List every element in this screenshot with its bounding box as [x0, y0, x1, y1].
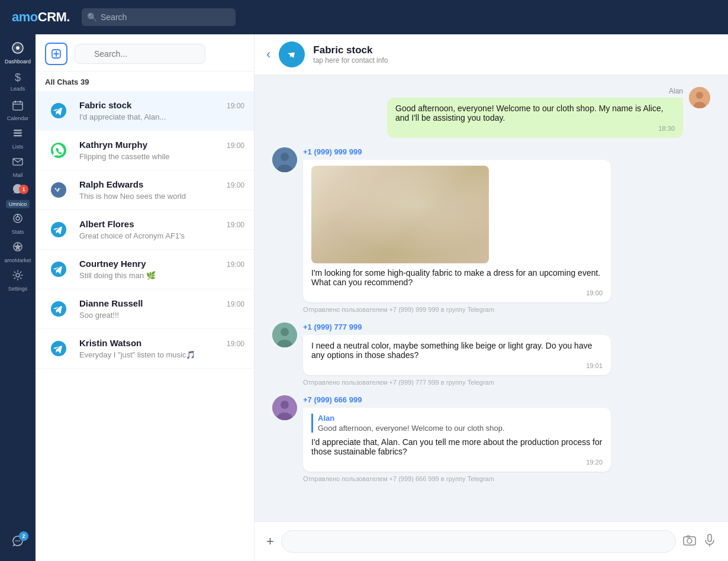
chat-name-row-albert-flores: Albert Flores 19:00 [79, 219, 244, 229]
main-layout: Dashboard $ Leads Calendar [0, 34, 728, 561]
incoming-bubble-1: I'm looking for some high-quality fabric… [303, 160, 611, 302]
chat-item-fabric-stock[interactable]: Fabric stock 19:00 I'd appreciate that, … [36, 91, 254, 131]
sidebar-item-umnico[interactable]: 1 Umnico [5, 182, 31, 208]
svg-point-29 [696, 92, 703, 99]
chat-avatar-dianne-russell [45, 295, 72, 323]
sidebar-item-lists[interactable]: Lists [5, 125, 31, 151]
chat-list-items: Fabric stock 19:00 I'd appreciate that, … [36, 91, 254, 369]
back-button[interactable]: ‹ [266, 47, 270, 62]
incoming-content-2: +1 (999) 777 999 I need a neutral color,… [303, 323, 611, 386]
chat-header-info: Fabric stock tap here for contact info [313, 44, 716, 65]
message-incoming-2: +1 (999) 777 999 I need a neutral color,… [272, 323, 710, 386]
chat-preview-ralph-edwards: This is how Neo sees the world [79, 192, 244, 201]
incoming-avatar-3 [272, 395, 297, 420]
svg-point-1 [16, 46, 20, 50]
msg-text-1: Good afternoon, everyone! Welcome to our… [395, 104, 663, 122]
lists-label: Lists [12, 144, 24, 150]
incoming-phone-3: +7 (999) 666 999 [303, 395, 611, 404]
chat-preview-kristin-watson: Everyday I "just" listen to music🎵 [79, 350, 244, 359]
compose-button[interactable] [45, 43, 67, 65]
chat-name-courtney-henry: Courtney Henry [79, 259, 146, 269]
message-input[interactable] [281, 530, 676, 553]
chat-content: ‹ Fabric stock tap here for contact info… [255, 34, 728, 561]
mic-button[interactable] [703, 534, 716, 550]
svg-rect-2 [13, 102, 22, 110]
svg-point-14 [16, 273, 20, 277]
svg-rect-7 [14, 133, 22, 134]
chat-avatar-albert-flores [45, 216, 72, 243]
svg-rect-43 [708, 534, 711, 541]
stats-label: Stats [12, 229, 24, 235]
lists-icon [12, 127, 24, 142]
msg-time-3: 19:01 [311, 362, 603, 369]
chat-preview-courtney-henry: Still doing this man 🌿 [79, 271, 244, 280]
incoming-content-1: +1 (999) 999 999 I'm looking for some hi… [303, 147, 611, 313]
chat-header-avatar [279, 41, 305, 67]
chat-avatar-fabric-stock [45, 97, 72, 124]
chat-name-row-dianne-russell: Dianne Russell 19:00 [79, 298, 244, 308]
chat-preview-albert-flores: Great choice of Acronym AF1's [79, 231, 244, 240]
chat-name-row-courtney-henry: Courtney Henry 19:00 [79, 259, 244, 269]
msg-text-3: I need a neutral color, maybe something … [311, 341, 592, 360]
umnico-text-label: Umnico [6, 200, 30, 208]
incoming-avatar-2 [272, 323, 297, 347]
camera-button[interactable] [683, 534, 696, 550]
chat-preview-dianne-russell: Soo great!!! [79, 311, 244, 320]
chat-info-ralph-edwards: Ralph Edwards 19:00 This is how Neo sees… [79, 179, 244, 201]
chat-info-fabric-stock: Fabric stock 19:00 I'd appreciate that, … [79, 100, 244, 121]
sidebar-item-dashboard[interactable]: Dashboard [5, 40, 31, 66]
chat-list-panel: 🔍 All Chats 39 Fabric stock 19:00 I'd ap… [36, 34, 255, 561]
sidebar-item-settings[interactable]: Settings [5, 267, 31, 294]
app-logo: amoCRM. [12, 9, 70, 25]
mail-icon [12, 156, 24, 170]
chat-avatar-kristin-watson [45, 335, 72, 362]
top-search-input[interactable] [82, 8, 236, 26]
fabric-image [311, 166, 489, 263]
attach-button[interactable]: + [266, 534, 274, 549]
all-chats-label: All Chats 39 [36, 72, 254, 91]
chat-item-kathryn-murphy[interactable]: Kathryn Murphy 19:00 Flipping the casset… [36, 131, 254, 170]
chat-name-row-ralph-edwards: Ralph Edwards 19:00 [79, 179, 244, 189]
chat-item-kristin-watson[interactable]: Kristin Watson 19:00 Everyday I "just" l… [36, 329, 254, 369]
chat-item-courtney-henry[interactable]: Courtney Henry 19:00 Still doing this ma… [36, 250, 254, 289]
leads-label: Leads [11, 86, 25, 92]
chat-name-albert-flores: Albert Flores [79, 219, 134, 229]
bubble-1: Good afternoon, everyone! Welcome to our… [387, 98, 683, 138]
chat-info-dianne-russell: Dianne Russell 19:00 Soo great!!! [79, 298, 244, 320]
svg-point-16 [17, 540, 18, 541]
chat-time-albert-flores: 19:00 [227, 221, 244, 229]
top-search-wrap: 🔍 [82, 8, 236, 26]
chat-name-row-kristin-watson: Kristin Watson 19:00 [79, 338, 244, 348]
svg-point-32 [281, 153, 289, 161]
sidebar-item-chat[interactable]: 2 [5, 529, 31, 555]
chat-avatar-kathryn-murphy [45, 137, 72, 164]
chat-search-input[interactable] [75, 44, 205, 64]
chat-time-kristin-watson: 19:00 [227, 340, 244, 348]
msg-time-1: 18:30 [395, 125, 675, 132]
reply-text: Good afternoon, everyone! Welcome to our… [318, 424, 603, 433]
chat-search-wrap: 🔍 [75, 44, 244, 64]
svg-point-35 [281, 328, 289, 336]
msg-time-4: 19:20 [311, 459, 603, 466]
sender-name-1: Alan [669, 87, 683, 95]
sidebar-item-amomarket[interactable]: amoMarket [5, 239, 31, 265]
settings-label: Settings [8, 286, 28, 292]
chat-item-dianne-russell[interactable]: Dianne Russell 19:00 Soo great!!! [36, 289, 254, 329]
chat-name-row-kathryn-murphy: Kathryn Murphy 19:00 [79, 140, 244, 150]
sidebar-item-calendar[interactable]: Calendar [5, 97, 31, 123]
chat-time-ralph-edwards: 19:00 [227, 181, 244, 189]
chat-name-kathryn-murphy: Kathryn Murphy [79, 140, 147, 150]
sidebar-item-stats[interactable]: Stats [5, 211, 31, 237]
sidebar-item-mail[interactable]: Mail [5, 154, 31, 180]
sidebar-item-leads[interactable]: $ Leads [5, 69, 31, 95]
svg-point-11 [16, 217, 20, 220]
sidebar-icons: Dashboard $ Leads Calendar [0, 34, 36, 561]
chat-item-albert-flores[interactable]: Albert Flores 19:00 Great choice of Acro… [36, 210, 254, 250]
chat-name-fabric-stock: Fabric stock [79, 100, 131, 110]
chat-time-kathryn-murphy: 19:00 [227, 141, 244, 150]
chat-item-ralph-edwards[interactable]: Ralph Edwards 19:00 This is how Neo sees… [36, 170, 254, 210]
settings-icon [12, 269, 24, 284]
msg-text-4: I'd appreciate that, Alan. Can you tell … [311, 437, 602, 456]
msg-sub-1: Отправлено пользователем +7 (999) 999 99… [303, 306, 611, 313]
svg-rect-8 [14, 135, 22, 137]
